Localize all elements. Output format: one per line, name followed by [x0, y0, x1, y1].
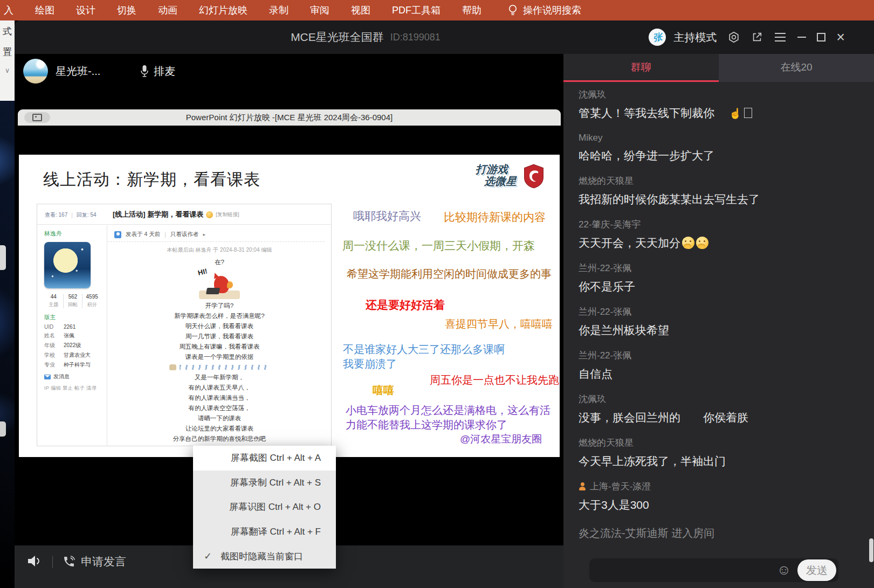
chat-input[interactable]: ☺ 发送	[589, 558, 838, 582]
post-body: 本帖最后由 林逸舟 于 2024-8-31 20:04 编辑 在? HI! 开学…	[108, 246, 331, 446]
chat-message-author: 沈佩玖	[579, 393, 856, 405]
settings-icon[interactable]	[727, 29, 740, 45]
desktop-edge-tab[interactable]	[0, 245, 6, 270]
app-titlebar: MCE星光班全国群 ID:8199081 张 主持模式	[15, 20, 874, 54]
ribbon-tab-2[interactable]: 绘图	[24, 4, 65, 17]
ribbon-tab-8[interactable]: 审阅	[299, 4, 340, 17]
ribbon-tab-5[interactable]: 动画	[147, 4, 188, 17]
author-name: 林逸舟	[44, 230, 107, 238]
tab-online-members[interactable]: 在线20	[719, 54, 874, 82]
envelope-icon	[44, 375, 51, 379]
tehe-emoji	[696, 237, 708, 249]
popout-icon[interactable]	[751, 29, 763, 45]
scrollbar-thumb[interactable]	[869, 538, 873, 562]
forum-view-stats: 查看: 167 | 回复: 54	[45, 211, 97, 219]
forum-header: 查看: 167 | 回复: 54 [线上活动] 新学期，看看课表 [复制链接]	[37, 204, 331, 225]
author-stat: 562回帖	[64, 294, 83, 308]
post-greeting: 在?	[108, 257, 331, 267]
screenshot-context-menu: 屏幕截图 Ctrl + Alt + A屏幕录制 Ctrl + Alt + S屏幕…	[193, 446, 336, 569]
chat-system-message: 炎之流法-艾斯迪斯 进入房间	[579, 526, 856, 541]
post-line: 课表是一个学期里的依据	[108, 352, 331, 362]
context-menu-item[interactable]: 屏幕录制 Ctrl + Alt + S	[193, 471, 336, 495]
chat-message: 兰州-22-张佩你不是乐子	[579, 262, 856, 294]
ribbon-tab-11[interactable]: 帮助	[451, 4, 492, 17]
chat-message-author: Mikey	[579, 133, 856, 143]
side-panel-char: 式	[3, 25, 12, 38]
post-line: 让论坛里的大家看看课表	[108, 424, 331, 434]
chat-message: Mikey哈哈哈，纷争进一步扩大了	[579, 133, 856, 163]
chat-message: 沈佩玖没事，朕会回兰州的 你侯着朕	[579, 393, 856, 425]
forum-post-screenshot: 查看: 167 | 回复: 54 [线上活动] 新学期，看看课表 [复制链接]	[37, 204, 332, 446]
host-mode-label[interactable]: 主持模式	[673, 30, 717, 45]
ribbon-tab-10[interactable]: PDF工具箱	[381, 4, 451, 17]
post-filter: 只看该作者	[170, 231, 199, 238]
post-line: 周一几节课，我看看课表	[108, 331, 331, 342]
phone-icon	[63, 555, 75, 568]
ribbon-tab-6[interactable]: 幻灯片放映	[188, 4, 258, 17]
desktop-background: 式 置 ∨	[0, 20, 15, 588]
mic-queue-button[interactable]: 排麦	[140, 64, 175, 79]
msi-logo-line1: 打游戏	[476, 163, 517, 175]
side-panel: 式 置 ∨	[0, 20, 15, 101]
chat-message-text: 没事，朕会回兰州的 你侯着朕	[579, 410, 856, 425]
emoji-icon[interactable]: ☺	[776, 563, 791, 577]
host-avatar[interactable]: 张	[649, 29, 666, 46]
close-button[interactable]: ×	[836, 29, 845, 45]
tab-group-chat-label: 群聊	[631, 60, 651, 74]
ribbon-tab-7[interactable]: 录制	[258, 4, 299, 17]
cat-emoji	[169, 364, 176, 370]
author-field: 姓名张佩	[44, 332, 107, 340]
moon-avatar	[44, 242, 91, 288]
msi-logo-line2: 选微星	[484, 175, 517, 187]
desktop-edge-tab[interactable]	[0, 421, 6, 437]
chat-message: 沈佩玖管某人！等我去线下制裁你 ☝	[579, 88, 856, 121]
unknown-glyph	[744, 108, 752, 118]
maximize-button[interactable]	[817, 29, 825, 45]
minimize-button[interactable]	[797, 29, 806, 45]
post-line: 分享自己的新学期的喜悦和悲伤吧	[108, 434, 331, 444]
chat-message-text: 天天开会，天天加分	[579, 236, 856, 250]
author-field: 专业种子科学与	[44, 361, 107, 369]
send-message-link: 发消息	[44, 373, 107, 381]
chevron-down-icon[interactable]: ∨	[5, 66, 10, 74]
side-panel-char: 置	[3, 46, 12, 58]
post-line: 有的人课表满满当当，	[108, 393, 331, 403]
sharer-avatar[interactable]	[23, 59, 48, 84]
ribbon-search[interactable]: 操作说明搜索	[507, 3, 581, 17]
post-line: 又是一年新学期，	[108, 372, 331, 383]
ribbon-tab-1[interactable]: 入	[0, 4, 24, 17]
ppt-ribbon-items: 入绘图设计切换动画幻灯片放映录制审阅视图PDF工具箱帮助	[0, 4, 492, 17]
post-line: 新学期课表怎么样，是否满意呢?	[108, 311, 331, 321]
speaker-button[interactable]	[26, 554, 43, 570]
post-line: 周五晚上有课嘛，我看看课表	[108, 342, 331, 352]
slide: 线上活动：新学期，看看课表 打游戏 选微星	[19, 155, 560, 457]
forum-views: 查看: 167	[45, 211, 67, 219]
checkmark-icon: ✓	[204, 550, 212, 562]
slide-title: 线上活动：新学期，看看课表	[43, 169, 260, 191]
chat-message-author: 兰州-22-张佩	[579, 349, 856, 362]
menu-icon[interactable]	[774, 29, 787, 45]
chat-message-list[interactable]: 沈佩玖管某人！等我去线下制裁你 ☝Mikey哈哈哈，纷争进一步扩大了燃烧的天狼星…	[579, 82, 856, 545]
context-menu-item[interactable]: 屏幕识图 Ctrl + Alt + O	[193, 495, 336, 520]
share-indicator-icon[interactable]	[24, 112, 50, 123]
moderator-actions: IP 编辑 禁止 帖子 清理	[44, 385, 107, 392]
context-menu-item[interactable]: 屏幕翻译 Ctrl + Alt + F	[193, 520, 336, 544]
post-meta: 发表于 4 天前 | 只看该作者 ▸	[108, 227, 325, 242]
member-icon	[579, 482, 586, 490]
ribbon-tab-9[interactable]: 视图	[340, 4, 381, 17]
forum-replies: 回复: 54	[77, 211, 97, 219]
ppt-titlebar: PowerPoint 幻灯片放映 -[MCE 星光班 2024周会-36-090…	[18, 109, 561, 126]
tab-group-chat[interactable]: 群聊	[563, 54, 719, 82]
slide-comment: 周五你是一点也不让我先跑	[430, 373, 559, 388]
send-button[interactable]: 发送	[797, 559, 836, 581]
slide-comment: 小电车放两个月怎么还是满格电，这么有活 力能不能替我上这学期的课求你了	[346, 403, 550, 432]
mic-queue-label: 排麦	[154, 64, 175, 79]
ribbon-tab-3[interactable]: 设计	[65, 4, 106, 17]
slide-comment: 周一没什么课，一周三天小假期，开森	[342, 238, 535, 253]
request-speak-button[interactable]: 申请发言	[63, 554, 126, 569]
context-menu-item[interactable]: ✓截图时隐藏当前窗口	[193, 544, 336, 569]
slide-comment: @河农星宝朋友圈	[460, 432, 542, 446]
ribbon-tab-4[interactable]: 切换	[106, 4, 147, 17]
context-menu-item[interactable]: 屏幕截图 Ctrl + Alt + A	[193, 446, 336, 471]
slide-comment: 希望这学期能利用空闲的时间做成更多的事	[347, 267, 552, 281]
